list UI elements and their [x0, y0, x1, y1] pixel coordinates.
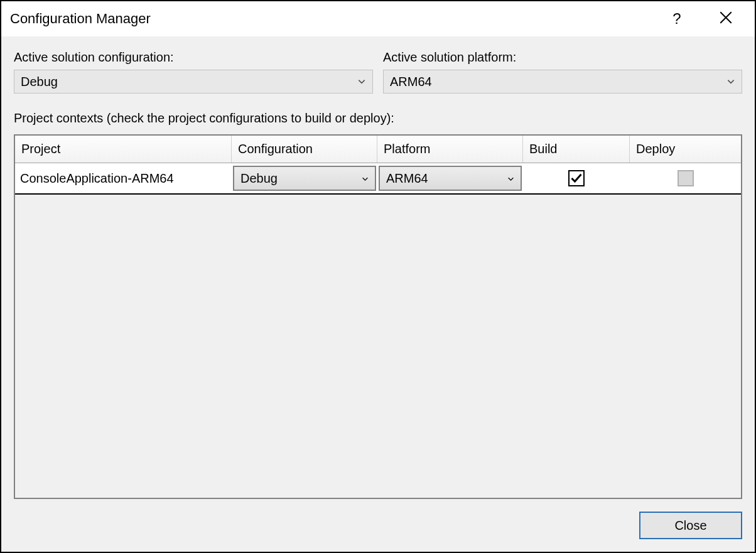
- grid-header-row: Project Configuration Platform Build Dep…: [15, 136, 741, 163]
- help-icon: ?: [672, 10, 681, 28]
- active-platform-value: ARM64: [390, 75, 432, 89]
- chevron-down-icon: [726, 75, 735, 89]
- header-build[interactable]: Build: [523, 136, 630, 163]
- platform-cell: ARM64: [377, 163, 523, 193]
- active-platform-dropdown[interactable]: ARM64: [383, 70, 742, 94]
- close-button[interactable]: Close: [639, 512, 742, 539]
- dialog-content: Active solution configuration: Debug Act…: [1, 36, 755, 512]
- close-icon: [720, 11, 732, 27]
- close-window-button[interactable]: [713, 6, 738, 31]
- titlebar-buttons: ?: [664, 6, 738, 31]
- active-config-col: Active solution configuration: Debug: [14, 50, 373, 94]
- chevron-down-icon: [362, 171, 369, 186]
- header-configuration[interactable]: Configuration: [232, 136, 377, 163]
- chevron-down-icon: [357, 75, 366, 89]
- deploy-cell: [630, 163, 741, 193]
- config-cell: Debug: [232, 163, 377, 193]
- active-platform-col: Active solution platform: ARM64: [383, 50, 742, 94]
- active-config-label: Active solution configuration:: [14, 50, 373, 65]
- dialog-title: Configuration Manager: [10, 11, 151, 27]
- help-button[interactable]: ?: [664, 6, 689, 31]
- row-config-dropdown[interactable]: Debug: [233, 166, 376, 191]
- header-deploy[interactable]: Deploy: [630, 136, 741, 163]
- titlebar: Configuration Manager ?: [1, 1, 755, 36]
- config-row: Active solution configuration: Debug Act…: [14, 50, 742, 94]
- build-checkbox[interactable]: [568, 170, 585, 186]
- active-platform-label: Active solution platform:: [383, 50, 742, 65]
- deploy-checkbox: [678, 170, 694, 186]
- active-config-value: Debug: [21, 75, 58, 89]
- project-name-cell[interactable]: ConsoleApplication-ARM64: [15, 163, 232, 193]
- dialog-footer: Close: [1, 512, 755, 552]
- row-platform-value: ARM64: [386, 171, 428, 186]
- project-grid: Project Configuration Platform Build Dep…: [14, 134, 742, 499]
- grid-empty-area: [15, 195, 741, 498]
- check-icon: [570, 172, 583, 185]
- active-config-dropdown[interactable]: Debug: [14, 70, 373, 94]
- row-platform-dropdown[interactable]: ARM64: [379, 166, 522, 191]
- chevron-down-icon: [507, 171, 514, 186]
- table-row: ConsoleApplication-ARM64 Debug ARM64: [15, 163, 741, 195]
- project-contexts-label: Project contexts (check the project conf…: [14, 111, 742, 126]
- row-config-value: Debug: [240, 171, 278, 186]
- header-platform[interactable]: Platform: [377, 136, 523, 163]
- configuration-manager-dialog: Configuration Manager ? Active solution …: [0, 0, 756, 553]
- header-project[interactable]: Project: [15, 136, 232, 163]
- build-cell: [523, 163, 630, 193]
